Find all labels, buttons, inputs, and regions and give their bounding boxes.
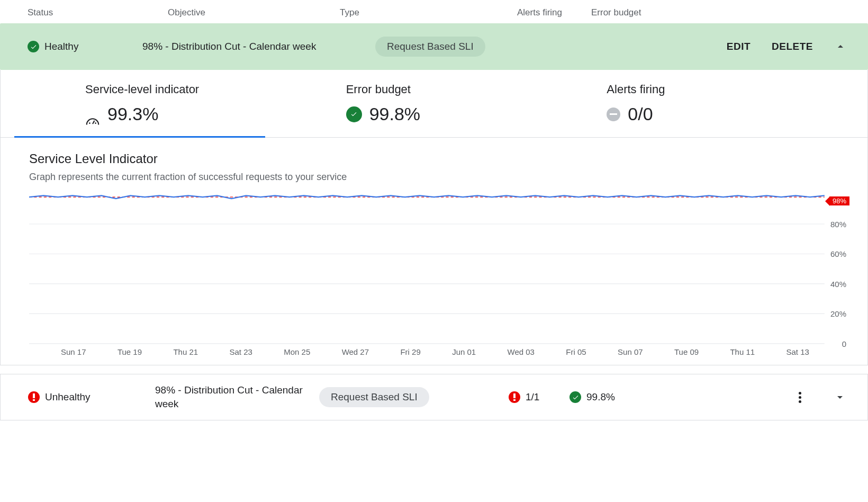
objective-text: 98% - Distribution Cut - Calendar week (155, 383, 319, 410)
status-label: Healthy (44, 41, 78, 52)
x-tick: Mon 25 (284, 347, 310, 356)
metric-alerts-title: Alerts firing (607, 83, 867, 96)
svg-point-0 (89, 122, 91, 124)
chevron-up-icon[interactable] (834, 40, 847, 53)
check-circle-icon (569, 391, 581, 403)
gauge-icon (85, 109, 100, 120)
metric-budget-title: Error budget (346, 83, 607, 96)
x-tick: Sun 07 (618, 347, 643, 356)
check-circle-icon (28, 41, 39, 52)
slo-row-healthy[interactable]: Healthy 98% - Distribution Cut - Calenda… (0, 23, 868, 70)
svg-rect-12 (513, 399, 516, 401)
chevron-down-icon[interactable] (834, 391, 846, 404)
metric-budget-value: 99.8% (369, 104, 420, 124)
x-tick: Sat 23 (229, 347, 252, 356)
sli-chart-section: Service Level Indicator Graph represents… (1, 138, 867, 365)
alerts-firing-value: 1/1 (526, 391, 539, 403)
type-pill: Request Based SLI (319, 387, 429, 407)
metric-sli-title: Service-level indicator (85, 83, 346, 96)
x-tick: Wed 27 (342, 347, 369, 356)
x-tick: Wed 03 (508, 347, 535, 356)
sli-chart[interactable]: 020%40%60%80% 98% Sun 17Tue 19Thu 21Sat … (29, 191, 846, 355)
x-tick: Fri 29 (400, 347, 420, 356)
delete-button[interactable]: DELETE (772, 41, 813, 52)
x-tick: Thu 21 (173, 347, 198, 356)
metrics-row: Service-level indicator 99.3% Error budg… (1, 70, 867, 138)
chart-subtitle: Graph represents the current fraction of… (29, 172, 846, 183)
x-tick: Tue 09 (674, 347, 699, 356)
objective-text: 98% - Distribution Cut - Calendar week (142, 41, 375, 52)
slo-row-unhealthy[interactable]: Unhealthy 98% - Distribution Cut - Calen… (0, 374, 868, 420)
x-axis-labels: Sun 17Tue 19Thu 21Sat 23Mon 25Wed 27Fri … (61, 347, 809, 356)
minus-circle-icon (607, 107, 620, 121)
svg-rect-9 (33, 393, 35, 398)
chart-title: Service Level Indicator (29, 151, 846, 166)
metric-budget[interactable]: Error budget 99.8% (346, 83, 607, 124)
alert-circle-icon (28, 391, 40, 403)
edit-button[interactable]: EDIT (727, 41, 751, 52)
type-pill: Request Based SLI (375, 37, 485, 57)
svg-rect-10 (33, 399, 35, 401)
svg-rect-11 (513, 393, 516, 398)
check-circle-icon (346, 106, 362, 122)
x-tick: Fri 05 (566, 347, 586, 356)
metric-sli-value: 99.3% (107, 104, 158, 124)
metric-sli[interactable]: Service-level indicator 99.3% (85, 83, 346, 124)
x-tick: Sat 13 (786, 347, 809, 356)
x-tick: Tue 19 (117, 347, 142, 356)
sli-chart-svg (29, 191, 846, 355)
metric-alerts-value: 0/0 (628, 104, 653, 124)
col-header-objective: Objective (168, 7, 340, 18)
col-header-status: Status (28, 7, 168, 18)
x-tick: Jun 01 (452, 347, 476, 356)
error-budget-value: 99.8% (586, 391, 615, 403)
col-header-type: Type (340, 7, 517, 18)
table-header: Status Objective Type Alerts firing Erro… (0, 0, 868, 23)
x-tick: Sun 17 (61, 347, 86, 356)
x-tick: Thu 11 (730, 347, 755, 356)
svg-rect-2 (610, 113, 617, 115)
slo-expanded-panel: Service-level indicator 99.3% Error budg… (0, 70, 868, 365)
alert-circle-icon (509, 391, 520, 403)
more-menu-icon[interactable] (793, 391, 806, 404)
svg-point-1 (95, 122, 96, 124)
metric-alerts[interactable]: Alerts firing 0/0 (607, 83, 867, 124)
col-header-budget: Error budget (591, 7, 868, 18)
status-label: Unhealthy (45, 391, 91, 403)
col-header-alerts: Alerts firing (517, 7, 591, 18)
threshold-label: 98% (829, 196, 849, 205)
